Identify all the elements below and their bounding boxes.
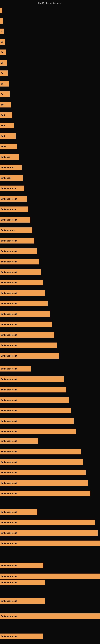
bottleneck-bar: Bottleneck result — [0, 530, 98, 536]
bar-label: Bottleneck result — [1, 575, 17, 578]
bar-label: Bottleneck result — [1, 334, 17, 336]
bar-label: Bottleneck result — [1, 582, 17, 584]
bar-label: Bottleneck result — [1, 240, 17, 242]
bottleneck-bar: Bottl — [0, 123, 14, 128]
bar-label: Bottleneck result — [1, 492, 17, 495]
bottleneck-bar: Bottleneck result — [0, 509, 37, 515]
bottleneck-bar: Bottleneck result — [0, 408, 71, 413]
bar-label: Bottleneck res — [1, 166, 15, 169]
bottleneck-bar: Bo — [0, 70, 8, 76]
bottleneck-bar: Bottleneck result — [0, 332, 54, 338]
bar-label: Bottl — [1, 124, 5, 127]
bottleneck-bar: Bott — [0, 112, 12, 118]
bottleneck-bar: Bottleneck result — [0, 353, 59, 359]
bar-label: Bo — [1, 41, 3, 43]
bar-label: Bottleneck result — [1, 542, 17, 544]
bottleneck-bar: B — [0, 28, 3, 34]
bottleneck-bar: Bottleneck result — [0, 301, 48, 306]
bottleneck-bar: Bottleneck result — [0, 238, 34, 244]
bar-label: Bottleneck resu — [1, 208, 16, 210]
bar-label: Bottleneck result — [1, 430, 17, 433]
bar-label: Bottleneck result — [1, 564, 17, 567]
bar-label: Bottleneck result — [1, 219, 17, 221]
bottleneck-bar: Bot — [0, 102, 11, 108]
bottleneck-bar: Bottleneck result — [0, 269, 41, 275]
bar-label: Bottleneck result — [1, 532, 17, 534]
bottleneck-bar: Bottleneck resu — [0, 206, 28, 212]
bottleneck-bar: Bottleneck result — [0, 217, 30, 222]
bar-label: Bottleneck result — [1, 282, 17, 284]
bottleneck-bar: Bottleneck result — [0, 470, 86, 475]
bottleneck-bar: Bottleneck result — [0, 248, 37, 254]
bar-label: Bottleneck result — [1, 388, 17, 391]
bottleneck-bar — [0, 8, 2, 13]
bar-label: Bottleneck result — [1, 482, 17, 484]
bottleneck-bar: Bottl — [0, 133, 16, 139]
bottleneck-bar: Bo — [0, 81, 9, 86]
bar-label: Bottleneck result — [1, 355, 17, 357]
bottleneck-bar: Bottleneck result — [0, 397, 69, 403]
bottleneck-bar: Bottleneck result — [0, 520, 95, 525]
bar-label: Bo — [1, 62, 3, 64]
bottleneck-bar: Bottleneck — [0, 175, 23, 181]
bar-label: Bottleneck result — [1, 522, 17, 524]
bottleneck-bar: Bottleneck result — [0, 491, 90, 496]
bar-label: Bottleneck result — [1, 615, 17, 618]
bottleneck-bar: Bottleneck result — [0, 322, 52, 327]
bottleneck-bar: Bottleneck result — [0, 290, 45, 296]
bar-label: Bottl — [1, 135, 5, 137]
bottleneck-bar: Bottleneck result — [0, 259, 39, 264]
bar-label: Bottle — [1, 146, 6, 148]
bottleneck-bar: Bottleneck result — [0, 614, 100, 619]
bottleneck-bar: Bottleneck resul — [0, 186, 24, 191]
bottleneck-bar: Bottleneck result — [0, 311, 50, 317]
bar-label: Bo — [1, 72, 3, 74]
bottleneck-bar: Bottleneck result — [0, 280, 43, 285]
bar-label: B — [1, 30, 2, 32]
bottleneck-bar: Bottleneck result — [0, 459, 83, 465]
bar-label: Bottleneck result — [1, 378, 17, 380]
site-title: TheBottlenecker.com — [38, 2, 62, 5]
bottleneck-bar: Bottleneck result — [0, 438, 38, 444]
bar-label: Bottleneck — [1, 177, 11, 179]
bar-label: Bottleneck result — [1, 344, 17, 346]
bar-label: Bottleneck result — [1, 399, 17, 401]
bottleneck-bar: Bottleneck result — [0, 418, 74, 424]
bottleneck-bar: Bottleneck result — [0, 580, 45, 585]
bar-label: Bot — [1, 104, 4, 106]
bar-label: Bottleneck result — [1, 511, 17, 513]
bar-label: Bottleneck result — [1, 410, 17, 412]
bottleneck-bar: Bottleneck result — [0, 480, 88, 486]
bar-label: Bottleneck result — [1, 368, 17, 370]
bar-label: Bo — [1, 51, 3, 54]
bottleneck-bar: Bo — [0, 91, 10, 97]
bottleneck-bar: Bottlenec — [0, 154, 19, 160]
bar-label: Bottleneck result — [1, 313, 17, 315]
bottleneck-bar: Bottleneck result — [0, 342, 57, 348]
bottleneck-bar: Bo — [0, 50, 6, 55]
bar-label: Bottleneck result — [1, 250, 17, 252]
bottleneck-bar: Bottleneck result — [0, 376, 64, 382]
bottleneck-bar: Bottleneck result — [0, 449, 81, 454]
bar-label: Bottleneck result — [1, 472, 17, 474]
bottleneck-bar: Bottleneck result — [0, 429, 76, 434]
bottleneck-bar: Bo — [0, 39, 5, 45]
bar-label: Bottleneck result — [1, 198, 17, 200]
bar-label: Bottleneck result — [1, 600, 17, 602]
bar-label: Bottleneck result — [1, 450, 17, 453]
bar-label: Bottleneck result — [1, 420, 17, 422]
bar-label: Bottleneck result — [1, 302, 17, 305]
bar-label: Bottleneck result — [1, 292, 17, 294]
bottleneck-bar: Bottleneck result — [0, 387, 66, 392]
bar-label: Bottleneck result — [1, 461, 17, 463]
bottleneck-bar — [0, 18, 3, 24]
bottleneck-bar: Bottleneck result — [0, 540, 100, 546]
bottleneck-bar: Bottleneck result — [0, 196, 27, 202]
bottleneck-bar: Bottleneck res — [0, 228, 32, 233]
bottleneck-bar: Bottleneck result — [0, 563, 43, 568]
bottleneck-bar: Bo — [0, 60, 7, 66]
bar-label: Bo — [1, 93, 3, 96]
bar-label: Bott — [1, 114, 5, 116]
bottleneck-bar: Bottleneck result — [0, 634, 43, 639]
bottleneck-bar: Bottleneck res — [0, 164, 22, 170]
